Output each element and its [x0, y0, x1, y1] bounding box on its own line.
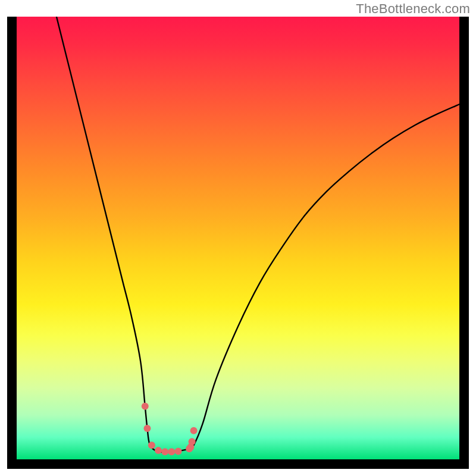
attribution-text: TheBottleneck.com	[356, 1, 470, 17]
page-root: TheBottleneck.com	[0, 0, 476, 476]
plot-area	[17, 17, 459, 459]
plot-frame	[7, 17, 469, 469]
gradient-background	[17, 17, 459, 459]
